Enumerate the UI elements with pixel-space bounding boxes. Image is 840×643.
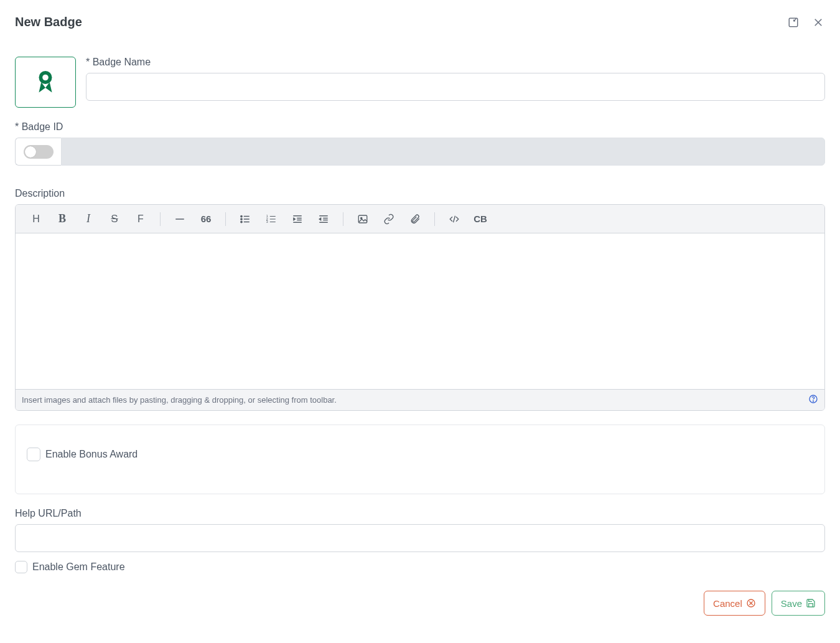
badge-icon-picker[interactable] [15,57,76,108]
cancel-circle-icon [746,598,756,608]
minimize-button[interactable] [786,16,800,29]
close-icon [813,17,824,28]
badge-id-input [61,138,825,166]
modal-title: New Badge [15,15,82,29]
toolbar-separator [225,212,226,226]
svg-point-11 [241,221,242,222]
editor-hint: Insert images and attach files by pastin… [22,395,337,405]
code-icon [448,214,460,225]
link-button[interactable] [376,205,402,233]
editor-footer: Insert images and attach files by pastin… [16,389,824,410]
toolbar-separator [343,212,343,226]
attachment-button[interactable] [402,205,428,233]
heading-button[interactable]: H [23,205,49,233]
link-icon [383,214,394,225]
heading-icon: H [32,214,40,225]
description-textarea[interactable] [16,233,824,389]
enable-bonus-label: Enable Bonus Award [45,449,138,460]
italic-button[interactable]: I [75,205,101,233]
help-url-label: Help URL/Path [15,508,825,519]
svg-point-5 [42,75,49,81]
svg-rect-0 [789,18,798,27]
code-button[interactable] [441,205,467,233]
modal-header: New Badge [0,0,840,34]
image-button[interactable] [350,205,376,233]
outdent-button[interactable] [310,205,337,233]
toggle-knob [25,146,36,157]
cancel-button-label: Cancel [713,598,742,609]
svg-rect-27 [358,215,367,223]
enable-gem-label: Enable Gem Feature [32,561,125,573]
editor-toolbar: H B I S F 66 [16,205,824,233]
svg-text:3: 3 [266,220,268,223]
description-editor: H B I S F 66 [15,204,825,411]
svg-point-7 [241,215,242,217]
enable-gem-checkbox[interactable] [15,561,27,573]
bold-button[interactable]: B [49,205,75,233]
modal-body: * Badge Name * Badge ID Description [0,34,840,573]
unordered-list-button[interactable] [232,205,258,233]
toolbar-separator [160,212,161,226]
header-actions [786,16,825,29]
save-button[interactable]: Save [772,591,825,616]
svg-point-31 [813,401,813,401]
new-badge-modal: New Badge [0,0,840,643]
outdent-icon [318,214,329,225]
cancel-button[interactable]: Cancel [704,591,765,616]
format-icon: F [138,214,144,225]
badge-id-toggle-wrap [15,138,61,166]
enable-bonus-checkbox[interactable] [27,448,40,461]
description-label: Description [15,188,825,199]
blockquote-button[interactable]: 66 [193,205,219,233]
badge-name-label: * Badge Name [86,57,825,68]
badge-name-input[interactable] [86,73,825,101]
badge-id-autogen-toggle[interactable] [24,145,54,159]
unordered-list-icon [240,214,251,225]
horizontal-rule-icon [174,214,185,225]
save-floppy-icon [806,598,816,608]
horizontal-rule-button[interactable] [167,205,193,233]
close-button[interactable] [811,16,825,29]
ordered-list-icon: 1 2 3 [266,214,277,225]
help-circle-icon [808,394,818,404]
help-url-input[interactable] [15,524,825,552]
minimize-icon [788,17,799,28]
strikethrough-button[interactable]: S [101,205,128,233]
save-button-label: Save [781,598,802,609]
indent-button[interactable] [284,205,310,233]
indent-icon [292,214,303,225]
svg-point-9 [241,218,242,219]
paperclip-icon [409,214,421,225]
award-ribbon-icon [34,69,57,95]
toolbar-separator [434,212,435,226]
italic-icon: I [86,212,90,225]
strikethrough-icon: S [111,213,118,225]
ordered-list-button[interactable]: 1 2 3 [258,205,284,233]
bonus-award-card: Enable Bonus Award [15,425,825,494]
svg-line-29 [454,215,455,222]
codeblock-button[interactable]: CB [467,205,493,233]
action-bar: Cancel Save [0,591,840,616]
codeblock-icon: CB [474,214,487,224]
badge-id-label: * Badge ID [15,121,825,133]
bold-icon: B [58,212,66,225]
format-button[interactable]: F [128,205,154,233]
editor-help-button[interactable] [808,394,818,406]
image-icon [357,214,368,225]
quote-icon: 66 [201,214,212,224]
